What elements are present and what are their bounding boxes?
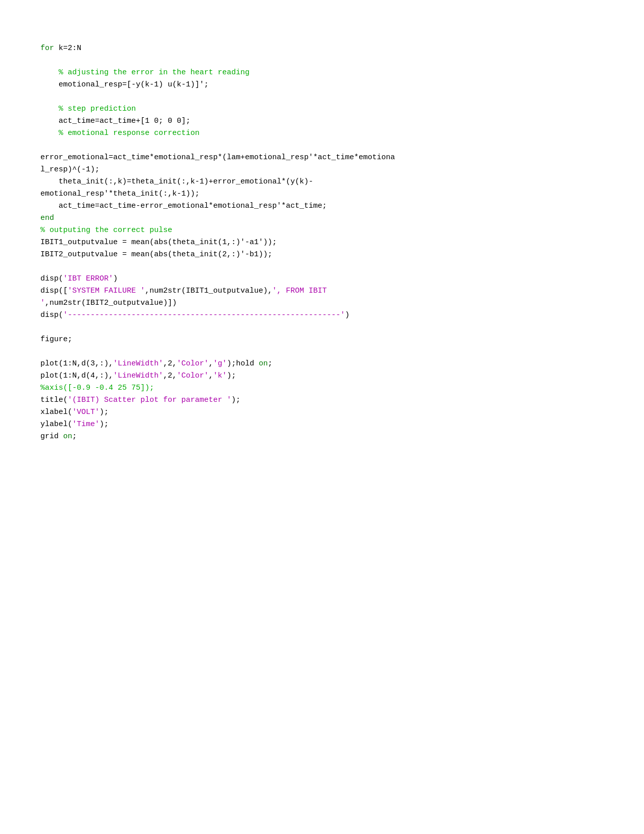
code-line-22: grid on; — [40, 432, 77, 441]
code-text: k=2:N — [54, 44, 81, 53]
code-line-11: disp('IBT ERROR') — [40, 274, 118, 283]
code-line-12: disp(['SYSTEM FAILURE ',num2str(IBIT1_ou… — [40, 287, 327, 295]
code-line-9: IBIT1_outputvalue = mean(abs(theta_init(… — [40, 238, 277, 247]
comment-3: % emotional response correction — [40, 129, 200, 137]
code-display: for k=2:N % adjusting the error in the h… — [40, 30, 604, 443]
code-line-15: figure; — [40, 335, 72, 344]
code-line-4: error_emotional=act_time*emotional_resp*… — [40, 153, 395, 162]
code-line-18: %axis([-0.9 -0.4 25 75]); — [40, 384, 154, 392]
code-line-10: IBIT2_outputvalue = mean(abs(theta_init(… — [40, 250, 272, 259]
code-line-5: l_resp)^(-1); — [40, 165, 100, 174]
code-line-13: ',num2str(IBIT2_outputvalue)]) — [40, 299, 177, 307]
code-line-14: disp('----------------------------------… — [40, 311, 350, 319]
code-line-16: plot(1:N,d(3,:),'LineWidth',2,'Color','g… — [40, 359, 272, 368]
code-line-19: title('(IBIT) Scatter plot for parameter… — [40, 396, 240, 404]
comment-1: % adjusting the error in the heart readi… — [40, 68, 250, 77]
code-line-6: theta_init(:,k)=theta_init(:,k-1)+error_… — [40, 177, 313, 186]
code-line-17: plot(1:N,d(4,:),'LineWidth',2,'Color','k… — [40, 372, 236, 380]
code-line-21: ylabel('Time'); — [40, 420, 109, 429]
comment-4: % outputing the correct pulse — [40, 226, 172, 235]
code-line-3: act_time=act_time+[1 0; 0 0]; — [40, 117, 190, 125]
code-line-2: emotional_resp=[-y(k-1) u(k-1)]'; — [40, 80, 209, 89]
keyword-end: end — [40, 214, 54, 222]
comment-2: % step prediction — [40, 105, 136, 113]
code-line-20: xlabel('VOLT'); — [40, 408, 109, 416]
code-line-8: act_time=act_time-error_emotional*emotio… — [40, 202, 327, 210]
code-line-7: emotional_resp'*theta_init(:,k-1)); — [40, 190, 200, 198]
keyword-for: for — [40, 44, 54, 53]
